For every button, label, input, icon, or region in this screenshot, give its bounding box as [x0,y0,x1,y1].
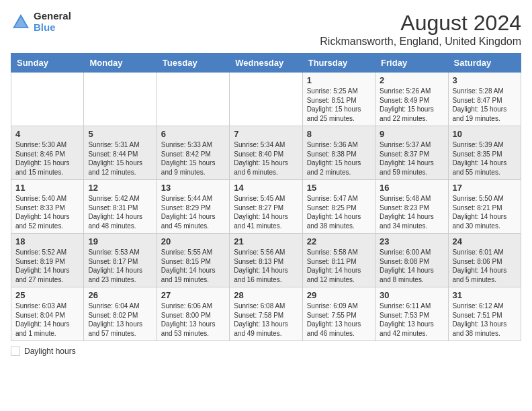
daylight-text: Daylight: 14 hours and 48 minutes. [88,213,142,230]
calendar-week-3: 11Sunrise: 5:40 AMSunset: 8:33 PMDayligh… [11,180,521,234]
cell-content: Sunrise: 5:25 AMSunset: 8:51 PMDaylight:… [307,87,371,123]
calendar-cell: 16Sunrise: 5:48 AMSunset: 8:23 PMDayligh… [375,180,448,234]
sunset-text: Sunset: 8:19 PM [15,258,65,265]
sunrise-text: Sunrise: 5:26 AM [380,87,431,95]
sunset-text: Sunset: 8:38 PM [307,150,357,158]
day-number: 18 [15,236,79,246]
day-number: 24 [453,236,517,246]
header: General Blue August 2024 Rickmansworth, … [11,11,521,48]
sunset-text: Sunset: 8:40 PM [234,150,283,158]
sunrise-text: Sunrise: 5:48 AM [380,195,431,202]
cell-content: Sunrise: 5:44 AMSunset: 8:29 PMDaylight:… [161,194,225,230]
day-number: 12 [88,183,152,193]
sunset-text: Sunset: 8:44 PM [88,150,138,158]
sunset-text: Sunset: 8:33 PM [15,204,65,212]
sunrise-text: Sunrise: 5:36 AM [307,141,358,148]
calendar-header-row: SundayMondayTuesdayWednesdayThursdayFrid… [11,54,521,73]
cell-content: Sunrise: 5:52 AMSunset: 8:19 PMDaylight:… [15,248,79,284]
sunset-text: Sunset: 7:58 PM [234,312,283,319]
sunset-text: Sunset: 8:06 PM [453,258,502,265]
calendar-cell: 11Sunrise: 5:40 AMSunset: 8:33 PMDayligh… [11,180,84,234]
day-number: 7 [234,129,298,139]
cell-content: Sunrise: 5:50 AMSunset: 8:21 PMDaylight:… [453,194,517,230]
calendar-cell: 26Sunrise: 6:04 AMSunset: 8:02 PMDayligh… [84,287,157,341]
day-number: 20 [161,236,225,246]
sunset-text: Sunset: 8:02 PM [88,312,138,319]
cell-content: Sunrise: 5:47 AMSunset: 8:25 PMDaylight:… [307,194,371,230]
sunset-text: Sunset: 8:13 PM [234,258,283,265]
col-header-wednesday: Wednesday [230,54,302,73]
daylight-text: Daylight: 15 hours and 9 minutes. [161,159,216,176]
calendar-week-1: 1Sunrise: 5:25 AMSunset: 8:51 PMDaylight… [11,73,521,126]
sunset-text: Sunset: 8:27 PM [234,204,283,212]
day-number: 25 [15,290,79,300]
day-number: 27 [161,290,225,300]
daylight-text: Daylight: 13 hours and 46 minutes. [307,320,361,337]
sunrise-text: Sunrise: 5:55 AM [161,248,212,256]
sunset-text: Sunset: 8:47 PM [453,97,502,104]
daylight-text: Daylight: 15 hours and 19 minutes. [453,105,507,122]
daylight-text: Daylight: 14 hours and 45 minutes. [161,213,216,230]
daylight-text: Daylight: 14 hours and 12 minutes. [307,267,361,283]
cell-content: Sunrise: 6:08 AMSunset: 7:58 PMDaylight:… [234,302,298,338]
sunrise-text: Sunrise: 6:06 AM [161,302,212,310]
sunrise-text: Sunrise: 5:50 AM [453,195,504,202]
sunset-text: Sunset: 8:15 PM [161,258,211,265]
daylight-text: Daylight: 15 hours and 25 minutes. [307,105,361,122]
cell-content: Sunrise: 5:31 AMSunset: 8:44 PMDaylight:… [88,140,152,177]
logo-blue-text: Blue [34,22,71,34]
col-header-thursday: Thursday [302,54,375,73]
col-header-saturday: Saturday [448,54,521,73]
sunrise-text: Sunrise: 5:52 AM [15,248,66,256]
daylight-text: Daylight: 14 hours and 59 minutes. [380,159,434,176]
sunset-text: Sunset: 8:17 PM [88,258,138,265]
sunrise-text: Sunrise: 5:25 AM [307,87,358,95]
calendar-cell: 9Sunrise: 5:37 AMSunset: 8:37 PMDaylight… [375,126,448,180]
legend-daylight-box [11,347,20,356]
legend-area: Daylight hours [11,347,521,356]
sunset-text: Sunset: 7:55 PM [307,312,357,319]
calendar-cell: 22Sunrise: 5:58 AMSunset: 8:11 PMDayligh… [302,234,375,287]
day-number: 23 [380,236,443,246]
calendar-cell: 10Sunrise: 5:39 AMSunset: 8:35 PMDayligh… [448,126,521,180]
sunrise-text: Sunrise: 5:45 AM [234,195,285,202]
daylight-text: Daylight: 13 hours and 42 minutes. [380,320,434,337]
cell-content: Sunrise: 5:30 AMSunset: 8:46 PMDaylight:… [15,140,79,177]
cell-content: Sunrise: 5:40 AMSunset: 8:33 PMDaylight:… [15,194,79,230]
sunset-text: Sunset: 8:37 PM [380,150,429,158]
daylight-text: Daylight: 13 hours and 49 minutes. [234,320,288,337]
cell-content: Sunrise: 5:39 AMSunset: 8:35 PMDaylight:… [453,140,517,177]
calendar-cell: 19Sunrise: 5:53 AMSunset: 8:17 PMDayligh… [84,234,157,287]
day-number: 19 [88,236,152,246]
calendar-cell: 8Sunrise: 5:36 AMSunset: 8:38 PMDaylight… [302,126,375,180]
sunrise-text: Sunrise: 5:47 AM [307,195,358,202]
day-number: 13 [161,183,225,193]
sunrise-text: Sunrise: 6:01 AM [453,248,504,256]
logo-general-text: General [34,11,71,22]
calendar-table: SundayMondayTuesdayWednesdayThursdayFrid… [11,53,521,341]
day-number: 5 [88,129,152,139]
sunset-text: Sunset: 8:11 PM [307,258,357,265]
sunset-text: Sunset: 8:21 PM [453,204,502,212]
calendar-cell: 20Sunrise: 5:55 AMSunset: 8:15 PMDayligh… [157,234,229,287]
month-title: August 2024 [320,11,521,36]
cell-content: Sunrise: 6:12 AMSunset: 7:51 PMDaylight:… [453,302,517,338]
sunset-text: Sunset: 8:51 PM [307,97,357,104]
sunrise-text: Sunrise: 6:04 AM [88,302,139,310]
day-number: 21 [234,236,298,246]
sunrise-text: Sunrise: 5:42 AM [88,195,139,202]
sunrise-text: Sunrise: 5:44 AM [161,195,212,202]
daylight-text: Daylight: 15 hours and 12 minutes. [88,159,142,176]
sunrise-text: Sunrise: 5:30 AM [15,141,66,148]
day-number: 2 [380,75,443,85]
day-number: 22 [307,236,371,246]
sunset-text: Sunset: 8:49 PM [380,97,429,104]
sunrise-text: Sunrise: 6:03 AM [15,302,66,310]
calendar-cell: 24Sunrise: 6:01 AMSunset: 8:06 PMDayligh… [448,234,521,287]
sunset-text: Sunset: 8:31 PM [88,204,138,212]
sunrise-text: Sunrise: 5:40 AM [15,195,66,202]
day-number: 9 [380,129,443,139]
cell-content: Sunrise: 6:11 AMSunset: 7:53 PMDaylight:… [380,302,443,338]
day-number: 10 [453,129,517,139]
sunrise-text: Sunrise: 5:53 AM [88,248,139,256]
